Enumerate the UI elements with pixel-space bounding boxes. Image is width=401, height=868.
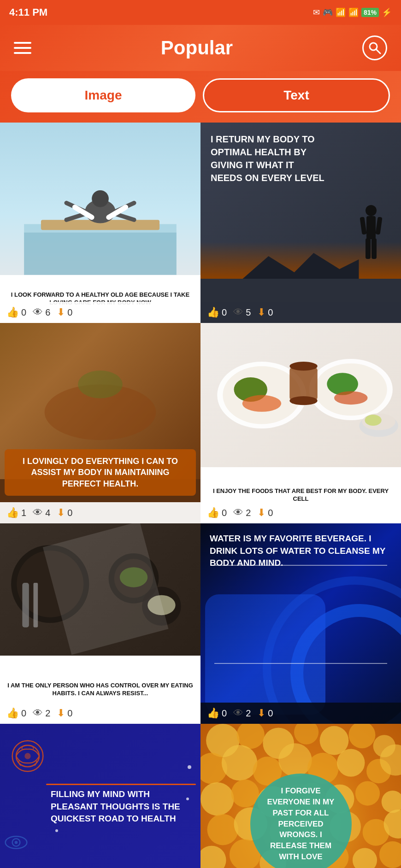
status-time: 4:11 PM [9, 6, 47, 18]
eye-icon: 👁 [233, 707, 243, 719]
card-3-stats: 👍1 👁4 ⬇0 [0, 502, 200, 523]
svg-point-84 [355, 781, 380, 805]
card-5[interactable]: I AM THE ONLY PERSON WHO HAS CONTROL OVE… [0, 523, 200, 724]
download-icon: ⬇ [57, 306, 65, 318]
card-7-quote: FILLING MY MIND WITH PLEASANT THOUGHTS I… [51, 788, 196, 825]
svg-point-69 [348, 724, 375, 748]
eye-icon: 👁 [33, 707, 43, 719]
eye-icon: 👁 [233, 507, 243, 519]
header: Popular [0, 25, 401, 71]
svg-rect-17 [375, 217, 382, 235]
svg-rect-52 [43, 523, 169, 655]
content-grid: I LOOK FORWARD TO A HEALTHY OLD AGE BECA… [0, 123, 401, 868]
eye-icon: 👁 [33, 306, 43, 318]
card-2[interactable]: I RETURN MY BODY TO OPTIMAL HEALTH BY GI… [200, 123, 401, 323]
svg-point-6 [92, 190, 109, 207]
card-5-quote: I AM THE ONLY PERSON WHO HAS CONTROL OVE… [6, 682, 195, 698]
like-icon: 👍 [207, 507, 219, 519]
card-4-quote: I ENJOY THE FOODS THAT ARE BEST FOR MY B… [206, 487, 395, 503]
card-6-stats: 👍0 👁2 ⬇0 [200, 703, 401, 724]
tab-bar: Image Text [0, 71, 401, 123]
svg-point-67 [294, 724, 318, 745]
download-icon: ⬇ [57, 707, 65, 719]
card-6[interactable]: WATER IS MY FAVORITE BEVERAGE. I DRINK L… [200, 523, 401, 724]
card-3-quote: I LOVINGLY DO EVERYTHING I CAN TO ASSIST… [11, 456, 189, 489]
svg-point-79 [200, 782, 234, 816]
search-button[interactable] [362, 35, 387, 60]
card-6-quote: WATER IS MY FAVORITE BEVERAGE. I DRINK L… [210, 533, 392, 569]
signal-icon: 📶 [336, 7, 346, 18]
svg-point-74 [278, 743, 312, 777]
bolt-icon: ⚡ [382, 7, 392, 18]
card-3[interactable]: I LOVINGLY DO EVERYTHING I CAN TO ASSIST… [0, 323, 200, 523]
svg-point-38 [289, 362, 317, 370]
svg-point-58 [15, 841, 18, 844]
svg-point-23 [78, 370, 123, 398]
svg-point-76 [337, 749, 365, 776]
download-icon: ⬇ [257, 507, 265, 519]
svg-point-92 [200, 846, 226, 868]
card-2-quote: I RETURN MY BODY TO OPTIMAL HEALTH BY GI… [211, 133, 328, 184]
like-icon: 👍 [207, 306, 219, 318]
download-icon: ⬇ [57, 507, 65, 519]
like-icon: 👍 [207, 707, 219, 719]
svg-point-36 [334, 391, 368, 405]
svg-point-86 [207, 814, 239, 845]
hamburger-menu-button[interactable] [14, 42, 31, 54]
card-1[interactable]: I LOOK FORWARD TO A HEALTHY OLD AGE BECA… [0, 123, 200, 323]
card-8-quote: I FORGIVE EVERYONE IN MY PAST FOR ALL PE… [260, 786, 342, 862]
svg-point-72 [222, 745, 257, 780]
svg-rect-19 [372, 238, 377, 259]
tab-image[interactable]: Image [11, 78, 195, 112]
battery-icon: 81% [361, 8, 379, 17]
svg-rect-16 [360, 217, 366, 235]
svg-point-97 [379, 841, 401, 868]
page-title: Popular [161, 37, 233, 59]
card-4-stats: 👍0 👁2 ⬇0 [200, 502, 401, 523]
svg-point-55 [24, 753, 30, 759]
svg-point-31 [242, 395, 282, 412]
svg-line-8 [116, 214, 134, 220]
status-icons: ✉ 🎮 📶 📶 81% ⚡ [313, 7, 392, 18]
svg-rect-46 [34, 583, 38, 628]
svg-rect-45 [22, 583, 29, 628]
eye-icon: 👁 [33, 507, 43, 519]
svg-rect-3 [24, 233, 177, 275]
svg-line-7 [66, 214, 85, 220]
like-icon: 👍 [6, 707, 19, 719]
card-8[interactable]: I FORGIVE EVERYONE IN MY PAST FOR ALL PE… [200, 724, 401, 868]
gamepad-icon: 🎮 [323, 7, 333, 18]
status-bar: 4:11 PM ✉ 🎮 📶 📶 81% ⚡ [0, 0, 401, 25]
download-icon: ⬇ [257, 306, 265, 318]
card-1-stats: 👍0 👁6 ⬇0 [0, 302, 200, 323]
tab-text[interactable]: Text [203, 78, 390, 112]
svg-line-1 [376, 49, 380, 53]
card-5-stats: 👍0 👁2 ⬇0 [0, 703, 200, 724]
card-2-stats: 👍0 👁5 ⬇0 [200, 302, 401, 323]
message-icon: ✉ [313, 7, 320, 18]
svg-marker-13 [243, 253, 359, 279]
card-4[interactable]: I ENJOY THE FOODS THAT ARE BEST FOR MY B… [200, 323, 401, 523]
svg-rect-15 [366, 216, 376, 239]
svg-point-39 [289, 396, 317, 405]
svg-point-85 [382, 791, 401, 813]
svg-rect-18 [366, 238, 371, 259]
wifi-icon: 📶 [348, 7, 359, 18]
like-icon: 👍 [6, 507, 19, 519]
download-icon: ⬇ [257, 707, 265, 719]
like-icon: 👍 [6, 306, 19, 318]
eye-icon: 👁 [233, 306, 243, 318]
svg-point-96 [353, 848, 377, 868]
card-7[interactable]: FILLING MY MIND WITH PLEASANT THOUGHTS I… [0, 724, 200, 868]
svg-point-14 [366, 205, 377, 216]
svg-rect-37 [289, 367, 317, 401]
svg-point-42 [365, 415, 381, 426]
